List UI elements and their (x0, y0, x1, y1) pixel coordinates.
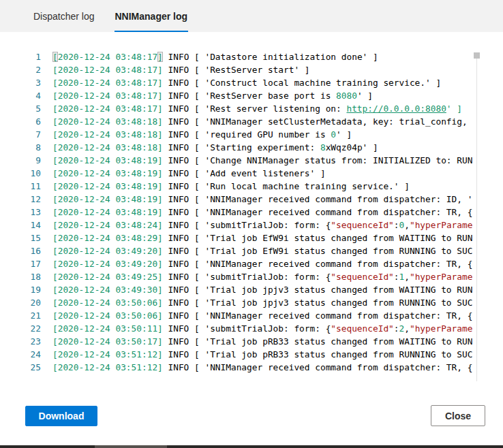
log-line-text: [2020-12-24 03:50:17] INFO [ 'Trial job … (52, 335, 475, 348)
log-line[interactable]: 6[2020-12-24 03:48:18] INFO [ 'NNIManage… (0, 115, 479, 128)
log-line-text: [2020-12-24 03:48:19] INFO [ 'Add event … (52, 167, 475, 180)
log-editor[interactable]: 1[2020-12-24 03:48:17] INFO [ 'Datastore… (0, 50, 479, 374)
log-line-text: [2020-12-24 03:48:19] INFO [ 'Run local … (52, 180, 475, 193)
log-line-text: [2020-12-24 03:50:06] INFO [ 'NNIManager… (52, 309, 475, 322)
line-number: 5 (0, 102, 41, 115)
line-number: 12 (0, 193, 41, 206)
log-line-text: [2020-12-24 03:48:18] INFO [ 'required G… (52, 128, 475, 141)
vertical-scrollbar-thumb[interactable] (474, 52, 480, 59)
log-line-text: [2020-12-24 03:48:17] INFO [ 'RestServer… (52, 89, 475, 102)
log-line[interactable]: 7[2020-12-24 03:48:18] INFO [ 'required … (0, 128, 479, 141)
horizontal-scrollbar-track[interactable] (0, 445, 503, 448)
log-line[interactable]: 11[2020-12-24 03:48:19] INFO [ 'Run loca… (0, 180, 479, 193)
line-number: 6 (0, 115, 41, 128)
log-line[interactable]: 10[2020-12-24 03:48:19] INFO [ 'Add even… (0, 167, 479, 180)
log-line-text: [2020-12-24 03:48:19] INFO [ 'NNIManager… (52, 206, 475, 219)
active-tab-underline (115, 31, 189, 32)
tab-nnimanager-log-label: NNIManager log (115, 11, 188, 22)
log-line-text: [2020-12-24 03:48:19] INFO [ 'Change NNI… (52, 154, 475, 167)
line-number: 24 (0, 348, 41, 361)
line-number: 18 (0, 270, 41, 283)
log-line-text: [2020-12-24 03:48:17] INFO [ 'Datastore … (52, 50, 475, 63)
log-line[interactable]: 23[2020-12-24 03:50:17] INFO [ 'Trial jo… (0, 335, 479, 348)
log-line[interactable]: 17[2020-12-24 03:49:20] INFO [ 'NNIManag… (0, 257, 479, 270)
log-line[interactable]: 16[2020-12-24 03:49:20] INFO [ 'Trial jo… (0, 244, 479, 257)
log-line[interactable]: 14[2020-12-24 03:48:24] INFO [ 'submitTr… (0, 219, 479, 231)
vertical-scrollbar-track (476, 59, 477, 381)
line-number: 10 (0, 167, 41, 180)
line-number: 1 (0, 50, 41, 63)
line-number: 19 (0, 283, 41, 296)
download-button[interactable]: Download (25, 406, 97, 426)
log-line[interactable]: 19[2020-12-24 03:49:30] INFO [ 'Trial jo… (0, 283, 479, 296)
log-line[interactable]: 12[2020-12-24 03:48:19] INFO [ 'NNIManag… (0, 193, 479, 206)
log-line[interactable]: 13[2020-12-24 03:48:19] INFO [ 'NNIManag… (0, 206, 479, 219)
log-line[interactable]: 8[2020-12-24 03:48:18] INFO [ 'Starting … (0, 141, 479, 154)
log-line[interactable]: 20[2020-12-24 03:50:06] INFO [ 'Trial jo… (0, 296, 479, 309)
line-number: 13 (0, 206, 41, 219)
log-line[interactable]: 9[2020-12-24 03:48:19] INFO [ 'Change NN… (0, 154, 479, 167)
log-line-text: [2020-12-24 03:49:25] INFO [ 'submitTria… (52, 270, 475, 283)
log-line[interactable]: 24[2020-12-24 03:51:12] INFO [ 'Trial jo… (0, 348, 479, 361)
log-line[interactable]: 22[2020-12-24 03:50:11] INFO [ 'submitTr… (0, 322, 479, 335)
line-number: 16 (0, 244, 41, 257)
line-number: 8 (0, 141, 41, 154)
line-number: 9 (0, 154, 41, 167)
log-line-text: [2020-12-24 03:50:11] INFO [ 'submitTria… (52, 322, 475, 335)
log-line-text: [2020-12-24 03:49:30] INFO [ 'Trial job … (52, 283, 475, 296)
log-line[interactable]: 3[2020-12-24 03:48:17] INFO [ 'Construct… (0, 76, 479, 89)
log-line[interactable]: 25[2020-12-24 03:51:12] INFO [ 'NNIManag… (0, 361, 479, 374)
log-line-text: [2020-12-24 03:50:06] INFO [ 'Trial job … (52, 296, 475, 309)
line-number: 3 (0, 76, 41, 89)
close-button[interactable]: Close (431, 405, 485, 426)
log-line[interactable]: 4[2020-12-24 03:48:17] INFO [ 'RestServe… (0, 89, 479, 102)
log-line[interactable]: 18[2020-12-24 03:49:25] INFO [ 'submitTr… (0, 270, 479, 283)
log-line[interactable]: 5[2020-12-24 03:48:17] INFO [ 'Rest serv… (0, 102, 479, 115)
tab-dispatcher-log[interactable]: Dispatcher log (33, 0, 95, 32)
line-number: 15 (0, 231, 41, 244)
log-line[interactable]: 21[2020-12-24 03:50:06] INFO [ 'NNIManag… (0, 309, 479, 322)
log-line[interactable]: 1[2020-12-24 03:48:17] INFO [ 'Datastore… (0, 50, 479, 63)
line-number: 4 (0, 89, 41, 102)
log-line-text: [2020-12-24 03:49:20] INFO [ 'NNIManager… (52, 257, 475, 270)
log-line-text: [2020-12-24 03:48:19] INFO [ 'NNIManager… (52, 193, 475, 206)
tab-dispatcher-log-label: Dispatcher log (33, 11, 95, 22)
line-number: 20 (0, 296, 41, 309)
line-number: 21 (0, 309, 41, 322)
line-number: 22 (0, 322, 41, 335)
line-number: 7 (0, 128, 41, 141)
log-line-text: [2020-12-24 03:48:17] INFO [ 'Rest serve… (52, 102, 475, 115)
log-line-text: [2020-12-24 03:48:18] INFO [ 'Starting e… (52, 141, 475, 154)
line-number: 2 (0, 63, 41, 76)
log-line-text: [2020-12-24 03:48:17] INFO [ 'Construct … (52, 76, 475, 89)
log-line-text: [2020-12-24 03:48:24] INFO [ 'submitTria… (52, 219, 475, 231)
line-number: 14 (0, 219, 41, 231)
line-number: 25 (0, 361, 41, 374)
horizontal-scrollbar-thumb[interactable] (95, 445, 167, 448)
log-line-text: [2020-12-24 03:49:20] INFO [ 'Trial job … (52, 244, 475, 257)
log-line-text: [2020-12-24 03:48:18] INFO [ 'NNIManager… (52, 115, 475, 128)
log-line-text: [2020-12-24 03:48:29] INFO [ 'Trial job … (52, 231, 475, 244)
line-number: 23 (0, 335, 41, 348)
log-line-text: [2020-12-24 03:51:12] INFO [ 'Trial job … (52, 348, 475, 361)
line-number: 17 (0, 257, 41, 270)
tab-nnimanager-log[interactable]: NNIManager log (115, 0, 189, 32)
log-line-text: [2020-12-24 03:51:12] INFO [ 'NNIManager… (52, 361, 475, 374)
log-line-text: [2020-12-24 03:48:17] INFO [ 'RestServer… (52, 63, 475, 76)
log-tab-bar: Dispatcher log NNIManager log (0, 0, 503, 32)
log-line[interactable]: 15[2020-12-24 03:48:29] INFO [ 'Trial jo… (0, 231, 479, 244)
log-line[interactable]: 2[2020-12-24 03:48:17] INFO [ 'RestServe… (0, 63, 479, 76)
line-number: 11 (0, 180, 41, 193)
